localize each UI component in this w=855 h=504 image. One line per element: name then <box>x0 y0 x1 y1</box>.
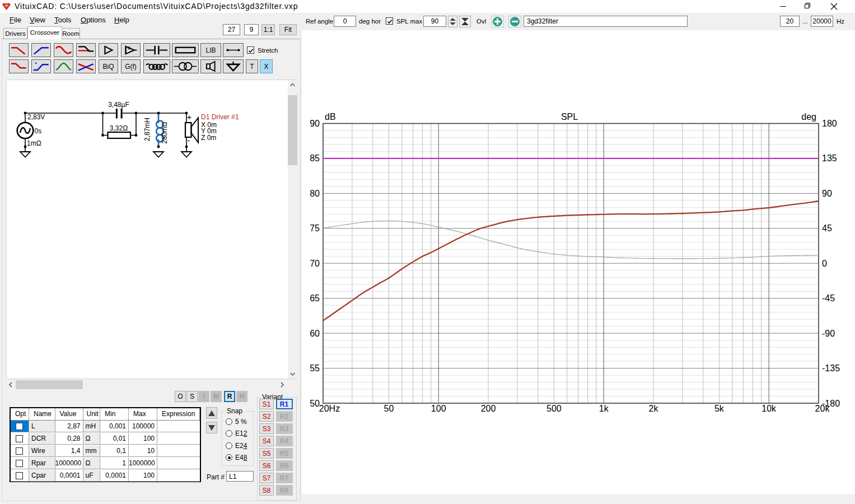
svg-text:50: 50 <box>310 399 320 408</box>
svg-text:50: 50 <box>384 404 394 413</box>
svg-text:180: 180 <box>822 119 837 128</box>
svg-text:0: 0 <box>822 259 827 268</box>
svg-text:-135: -135 <box>822 363 840 373</box>
svg-text:+: + <box>187 112 192 122</box>
svg-text:Z 0m: Z 0m <box>201 134 216 142</box>
svg-text:135: 135 <box>822 153 837 163</box>
svg-text:5k: 5k <box>714 404 725 413</box>
svg-text:55: 55 <box>310 363 320 373</box>
svg-text:1k: 1k <box>599 404 609 413</box>
svg-text:20k: 20k <box>815 404 830 413</box>
svg-text:SPL: SPL <box>561 112 578 122</box>
svg-text:D1 Driver #1: D1 Driver #1 <box>201 113 239 121</box>
svg-text:200: 200 <box>481 404 496 413</box>
svg-text:dB: dB <box>325 112 336 122</box>
svg-text:280mΩ: 280mΩ <box>161 122 169 143</box>
svg-text:20Hz: 20Hz <box>319 404 340 413</box>
svg-text:80: 80 <box>310 189 320 198</box>
svg-text:90: 90 <box>310 119 320 128</box>
svg-text:100: 100 <box>431 404 446 413</box>
svg-text:2,83V: 2,83V <box>27 113 45 121</box>
svg-text:3,32Ω: 3,32Ω <box>110 124 128 132</box>
svg-text:60: 60 <box>310 329 320 338</box>
svg-text:0s: 0s <box>35 127 42 135</box>
svg-text:65: 65 <box>310 293 320 303</box>
svg-text:85: 85 <box>310 153 320 163</box>
svg-text:deg: deg <box>801 112 816 122</box>
svg-text:2,87mH: 2,87mH <box>143 118 151 141</box>
svg-text:45: 45 <box>822 223 832 233</box>
svg-text:-45: -45 <box>822 293 835 303</box>
svg-text:-90: -90 <box>822 329 835 338</box>
svg-text:10k: 10k <box>761 404 777 413</box>
svg-text:2k: 2k <box>649 404 659 413</box>
svg-text:1mΩ: 1mΩ <box>27 139 41 147</box>
svg-text:70: 70 <box>310 259 320 268</box>
svg-text:75: 75 <box>310 223 320 233</box>
svg-text:90: 90 <box>822 189 832 198</box>
svg-text:-: - <box>188 136 190 145</box>
svg-text:3,48µF: 3,48µF <box>108 101 129 109</box>
svg-text:500: 500 <box>546 404 562 413</box>
